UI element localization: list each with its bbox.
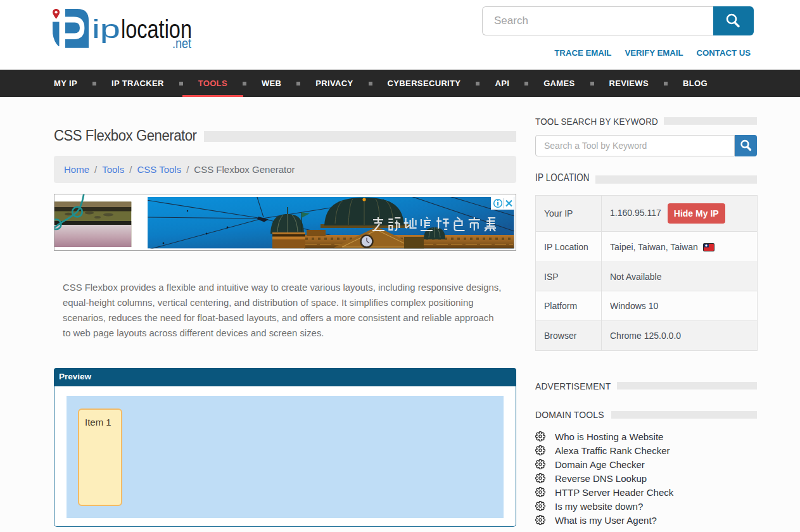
svg-text:.net: .net bbox=[172, 35, 191, 51]
svg-text:ip: ip bbox=[92, 15, 120, 44]
